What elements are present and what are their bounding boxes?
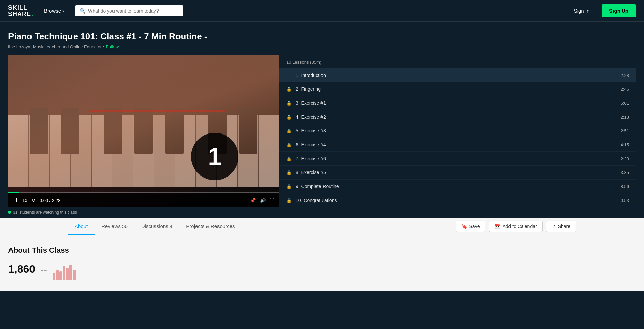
playlist-item[interactable]: 🔒5. Exercise #32:51 <box>279 124 636 138</box>
about-title: About This Class <box>8 246 245 255</box>
live-indicator <box>8 211 11 214</box>
playlist-item-title: 1. Introduction <box>296 73 617 78</box>
bar-7 <box>73 270 76 280</box>
tab-discussions[interactable]: Discussions 4 <box>134 218 180 235</box>
playlist-item-duration: 2:51 <box>621 128 629 133</box>
add-to-calendar-button[interactable]: 📅 Add to Calendar <box>489 221 542 232</box>
lock-icon: 🔒 <box>286 115 292 120</box>
about-main: About This Class 1,860 -- <box>8 246 245 280</box>
playlist-item-duration: 2:23 <box>621 156 629 161</box>
lock-icon: 🔒 <box>286 142 292 147</box>
playlist-item-title: 6. Exercise #4 <box>296 142 617 147</box>
playlist: 10 Lessons (35m) ⏸1. Introduction2:28🔒2.… <box>279 55 636 207</box>
tab-projects---resources[interactable]: Projects & Resources <box>179 218 242 235</box>
lock-icon: 🔒 <box>286 170 292 175</box>
playlist-item-title: 7. Exercise #6 <box>296 156 617 161</box>
watching-badge: 31 students are watching this class <box>8 207 636 218</box>
search-bar: 🔍 <box>75 5 183 16</box>
bookmark-icon: 🔖 <box>461 224 467 229</box>
main-content: Piano Technique 101: Class #1 - 7 Min Ro… <box>0 22 644 218</box>
time-display: 0:00 / 2:28 <box>40 198 60 203</box>
share-icon: ↗ <box>552 224 556 229</box>
tabs-right: 🔖 Save 📅 Add to Calendar ↗ Share <box>456 221 576 232</box>
playlist-item-title: 10. Congratulations <box>296 198 617 203</box>
browse-button[interactable]: Browse ▾ <box>40 5 68 16</box>
video-section: 1 ⏸ 1x ↺ 0:00 / 2:28 📌 🔊 <box>8 55 636 207</box>
bar-3 <box>59 271 62 280</box>
about-section: About This Class 1,860 -- <box>0 235 644 291</box>
tabs-left: AboutReviews 50Discussions 4Projects & R… <box>68 218 242 235</box>
follow-link[interactable]: Follow <box>106 44 119 49</box>
lock-icon: 🔒 <box>286 128 292 133</box>
playlist-item[interactable]: 🔒4. Exercise #22:13 <box>279 110 636 124</box>
playlist-item-duration: 2:46 <box>621 87 629 92</box>
playlist-item-title: 2. Fingering <box>296 86 617 92</box>
navbar: SKILL SHARE. Browse ▾ 🔍 Sign In Sign Up <box>0 0 644 22</box>
tab-about[interactable]: About <box>68 218 95 235</box>
calendar-icon: 📅 <box>495 224 500 229</box>
video-thumbnail: 1 <box>8 55 279 207</box>
playlist-item[interactable]: 🔒2. Fingering2:46 <box>279 82 636 96</box>
watching-text: students are watching this class <box>19 210 77 215</box>
chevron-down-icon: ▾ <box>62 9 64 13</box>
lesson-number-badge: 1 <box>191 133 238 180</box>
playlist-item[interactable]: 🔒6. Exercise #44:15 <box>279 138 636 152</box>
playlist-item-duration: 5:01 <box>621 101 629 106</box>
tabs-row: AboutReviews 50Discussions 4Projects & R… <box>0 218 644 235</box>
playlist-item-duration: 0:53 <box>621 198 629 203</box>
playlist-item[interactable]: 🔒10. Congratulations0:53 <box>279 193 636 207</box>
speed-button[interactable]: 1x <box>22 198 27 203</box>
bar-2 <box>56 270 59 280</box>
tab-reviews[interactable]: Reviews 50 <box>95 218 134 235</box>
lock-icon: 🔒 <box>286 101 292 106</box>
fullscreen-button[interactable]: ⛶ <box>270 198 274 203</box>
save-button[interactable]: 🔖 Save <box>456 221 486 232</box>
playlist-item-duration: 4:15 <box>621 142 629 147</box>
watching-count: 31 <box>13 210 17 215</box>
stat-chart <box>53 263 80 280</box>
pause-icon: ⏸ <box>286 73 292 78</box>
search-input[interactable] <box>88 8 179 14</box>
video-controls: ⏸ 1x ↺ 0:00 / 2:28 📌 🔊 ⛶ <box>8 193 279 207</box>
playlist-item-duration: 2:13 <box>621 115 629 120</box>
playlist-item[interactable]: 🔒7. Exercise #62:23 <box>279 152 636 166</box>
playlist-item-title: 4. Exercise #2 <box>296 114 617 120</box>
video-player[interactable]: 1 ⏸ 1x ↺ 0:00 / 2:28 📌 🔊 <box>8 55 279 207</box>
playlist-item-duration: 8:56 <box>621 184 629 189</box>
rewind-button[interactable]: ↺ <box>32 198 36 203</box>
playlist-item[interactable]: 🔒9. Complete Routine8:56 <box>279 180 636 193</box>
playlist-item[interactable]: 🔒8. Exercise #53:35 <box>279 166 636 180</box>
search-icon: 🔍 <box>80 8 85 14</box>
playlist-item[interactable]: ⏸1. Introduction2:28 <box>279 68 636 82</box>
bar-6 <box>69 265 72 280</box>
pin-button[interactable]: 📌 <box>250 198 256 203</box>
lock-icon: 🔒 <box>286 184 292 189</box>
playlist-header: 10 Lessons (35m) <box>279 55 636 68</box>
playlist-item-title: 5. Exercise #3 <box>296 128 617 133</box>
playlist-item-title: 9. Complete Routine <box>296 184 617 189</box>
playlist-item-title: 8. Exercise #5 <box>296 170 617 175</box>
logo[interactable]: SKILL SHARE. <box>8 5 33 17</box>
bar-5 <box>66 268 69 280</box>
instructor-line: Ilse Lozoya, Music teacher and Online Ed… <box>8 44 636 49</box>
sign-up-button[interactable]: Sign Up <box>602 4 636 17</box>
tabs-section: AboutReviews 50Discussions 4Projects & R… <box>0 218 644 291</box>
bar-1 <box>53 273 55 280</box>
share-button[interactable]: ↗ Share <box>546 221 576 232</box>
bar-4 <box>63 266 65 280</box>
course-title: Piano Technique 101: Class #1 - 7 Min Ro… <box>8 31 636 42</box>
about-stats: 1,860 -- <box>8 263 245 280</box>
volume-button[interactable]: 🔊 <box>260 198 266 203</box>
playlist-item-duration: 2:28 <box>621 73 629 78</box>
lock-icon: 🔒 <box>286 156 292 161</box>
playlist-item-title: 3. Exercise #1 <box>296 100 617 106</box>
lock-icon: 🔒 <box>286 198 292 203</box>
play-pause-button[interactable]: ⏸ <box>13 197 18 203</box>
instructor-name: Ilse Lozoya, Music teacher and Online Ed… <box>8 44 102 49</box>
stat-value: 1,860 <box>8 263 35 275</box>
sign-in-button[interactable]: Sign In <box>568 5 595 16</box>
playlist-item-duration: 3:35 <box>621 170 629 175</box>
stat-dash: -- <box>41 264 47 275</box>
lock-icon: 🔒 <box>286 87 292 92</box>
playlist-item[interactable]: 🔒3. Exercise #15:01 <box>279 96 636 110</box>
